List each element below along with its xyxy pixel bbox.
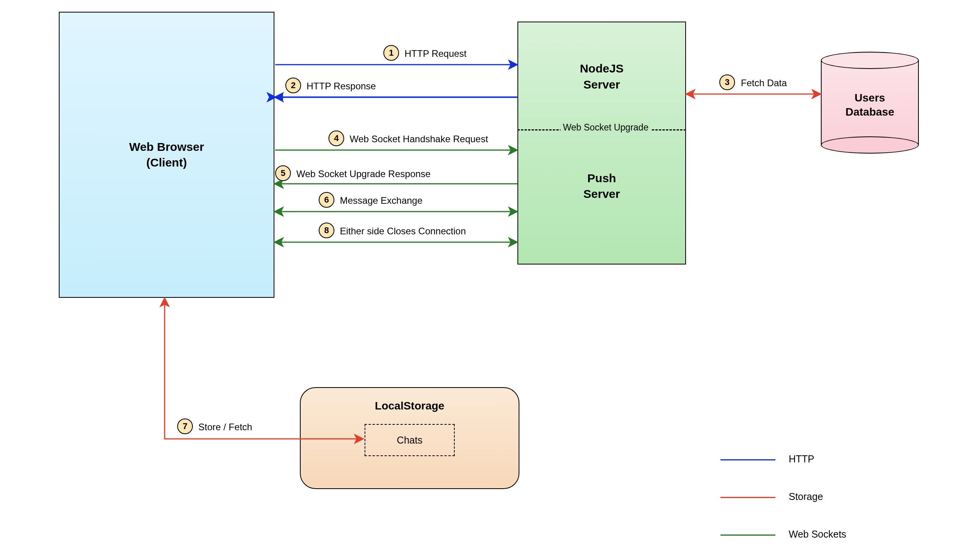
svg-marker-4 bbox=[275, 93, 283, 101]
web-browser-box: Web Browser (Client) bbox=[59, 12, 274, 298]
legend-label-http: HTTP bbox=[789, 453, 814, 465]
label-http-request: HTTP Request bbox=[405, 48, 466, 59]
push-server: Push Server bbox=[518, 131, 685, 264]
legend-line-http bbox=[720, 459, 775, 460]
step-badge-6: 6 bbox=[319, 192, 334, 208]
label-ws-upgrade-response: Web Socket Upgrade Response bbox=[296, 168, 430, 179]
label-message-exchange: Message Exchange bbox=[340, 195, 423, 206]
step-badge-7: 7 bbox=[177, 418, 193, 434]
browser-title: Web Browser (Client) bbox=[129, 139, 204, 171]
svg-marker-5 bbox=[274, 180, 281, 188]
legend-label-storage: Storage bbox=[789, 491, 823, 502]
step-badge-8: 8 bbox=[319, 223, 334, 238]
step-badge-1: 1 bbox=[383, 45, 399, 61]
step-badge-2: 2 bbox=[285, 78, 301, 93]
server-box: NodeJS Server Push Server bbox=[517, 22, 686, 265]
label-http-response: HTTP Response bbox=[307, 81, 376, 92]
chats-box: Chats bbox=[365, 424, 455, 456]
localstorage-title: LocalStorage bbox=[375, 400, 444, 412]
legend-line-storage bbox=[720, 497, 775, 498]
step-badge-4: 4 bbox=[328, 130, 344, 146]
ws-upgrade-label: Web Socket Upgrade bbox=[561, 122, 651, 133]
legend-line-ws bbox=[720, 534, 775, 536]
label-fetch-data: Fetch Data bbox=[741, 78, 787, 89]
label-close-connection: Either side Closes Connection bbox=[340, 226, 466, 237]
label-store-fetch: Store / Fetch bbox=[198, 422, 252, 433]
label-ws-handshake: Web Socket Handshake Request bbox=[350, 134, 488, 145]
architecture-diagram: Web Browser (Client) NodeJS Server Push … bbox=[0, 0, 980, 558]
step-badge-5: 5 bbox=[275, 165, 291, 181]
nodejs-server: NodeJS Server bbox=[518, 22, 685, 131]
users-database: Users Database bbox=[821, 52, 919, 154]
legend-label-ws: Web Sockets bbox=[789, 529, 846, 540]
step-badge-3: 3 bbox=[719, 74, 735, 90]
